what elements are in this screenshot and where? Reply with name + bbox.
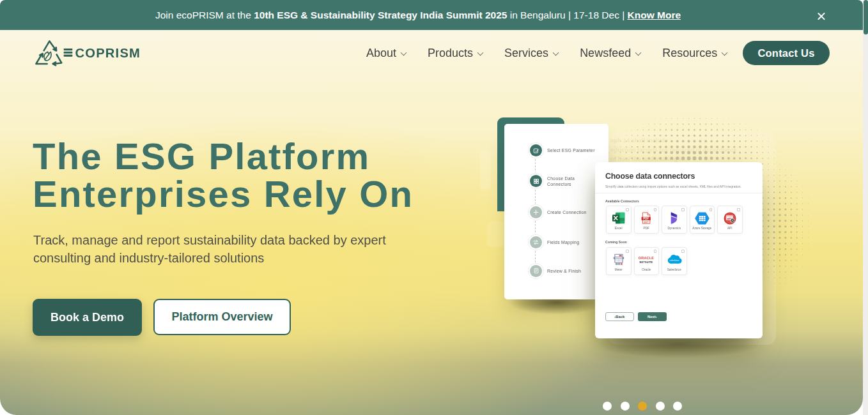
svg-text:NETSUITE: NETSUITE	[640, 260, 653, 263]
svg-text:ORACLE: ORACLE	[639, 256, 655, 260]
svg-text:PDF: PDF	[644, 217, 649, 220]
svg-text:COPRISM: COPRISM	[75, 46, 141, 60]
svg-text:salesforce: salesforce	[669, 259, 679, 262]
